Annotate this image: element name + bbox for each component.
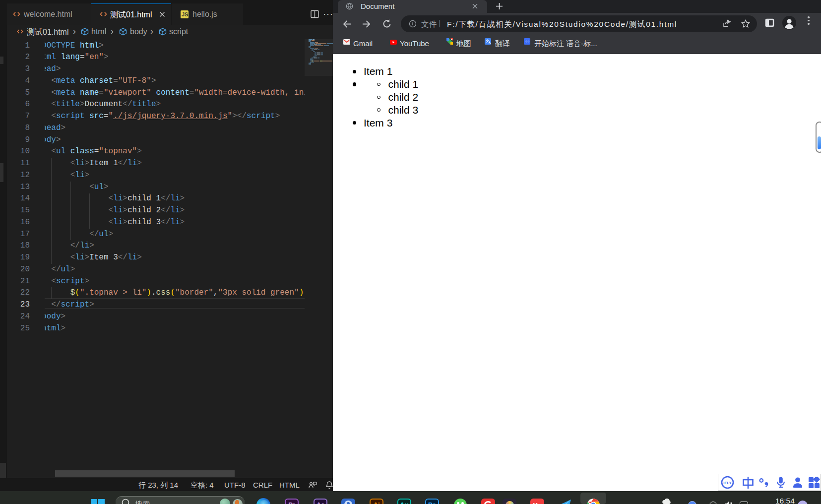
svg-text:iFLY: iFLY bbox=[723, 481, 732, 485]
